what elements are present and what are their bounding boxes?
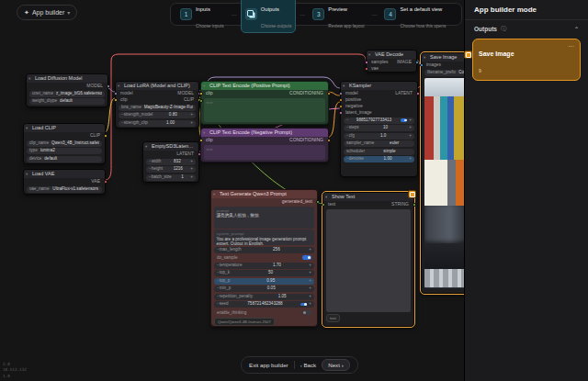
min-p-widget[interactable]: min_p 0.05 bbox=[214, 286, 314, 292]
output-marker-badge[interactable] bbox=[464, 50, 472, 59]
node-text-generate-qwen3[interactable]: Text Generate Qwen3 Prompt generated_tex… bbox=[210, 189, 318, 327]
node-title[interactable]: EmptySD3LatentImage bbox=[143, 142, 198, 151]
latent-image-input-port[interactable] bbox=[339, 111, 343, 115]
node-graph-canvas[interactable]: Load Diffusion Model MODEL unet_name z_i… bbox=[0, 0, 464, 381]
node-title[interactable]: Load Diffusion Model bbox=[27, 74, 107, 83]
prompt-textarea[interactable]: prompt 漂亮的美人街拍，旅拍 bbox=[214, 207, 314, 229]
increment-button[interactable] bbox=[309, 278, 311, 285]
randomize-seed-toggle[interactable] bbox=[300, 303, 307, 307]
latent-output-port[interactable] bbox=[416, 92, 420, 95]
text-input-port[interactable] bbox=[199, 99, 203, 103]
node-clip-text-encode-negative[interactable]: CLIP Text Encode (Negative Prompt) clip … bbox=[200, 128, 329, 162]
clip-input-port[interactable] bbox=[199, 139, 203, 142]
show-text-display[interactable] bbox=[326, 209, 411, 312]
node-title[interactable]: CLIP Text Encode (Negative Prompt) bbox=[201, 129, 328, 137]
info-icon[interactable] bbox=[501, 25, 506, 33]
sampler-name-widget[interactable]: sampler_name euler bbox=[344, 140, 414, 147]
seed-widget[interactable]: seed 758721482343288 bbox=[214, 301, 314, 308]
node-title[interactable]: VAE Decode bbox=[367, 50, 416, 59]
temperature-widget[interactable]: temperature 1.70 bbox=[214, 263, 314, 269]
node-save-image[interactable]: Save Image images filename_prefix ComfyU… bbox=[421, 52, 470, 294]
node-load-vae[interactable]: Load VAE VAE vae_name UltraFlux-v1.safet… bbox=[23, 169, 106, 195]
denoise-widget[interactable]: denoise 1.00 bbox=[344, 156, 414, 162]
unet-name-widget[interactable]: unet_name z_image_bf16.safetensors bbox=[29, 91, 105, 97]
node-title[interactable]: Save Image bbox=[422, 53, 469, 62]
samples-input-port[interactable] bbox=[365, 61, 368, 64]
conditioning-output-port[interactable] bbox=[327, 92, 331, 95]
increment-button[interactable] bbox=[190, 120, 193, 127]
width-widget[interactable]: width 832 bbox=[146, 159, 196, 165]
image-output-port[interactable] bbox=[415, 61, 419, 64]
output-marker-badge[interactable] bbox=[408, 190, 416, 198]
node-clip-text-encode-positive[interactable]: CLIP Text Encode (Positive Prompt) clip … bbox=[200, 81, 329, 125]
increment-button[interactable] bbox=[190, 174, 193, 181]
seed-widget[interactable]: 988517927733413 bbox=[344, 118, 414, 124]
repetition-penalty-widget[interactable]: repetition_penalty 1.05 bbox=[214, 294, 314, 300]
step-outputs[interactable]: Outputs Choose outputs bbox=[241, 0, 297, 33]
app-builder-menu[interactable]: ✦ App builder bbox=[17, 5, 77, 20]
steps-widget[interactable]: steps 10 bbox=[344, 125, 414, 131]
outputs-section-header[interactable]: Outputs bbox=[465, 20, 588, 37]
generated-text-output-port[interactable] bbox=[316, 200, 320, 204]
node-title[interactable]: Load CLIP bbox=[24, 124, 105, 132]
clip-output-port[interactable] bbox=[104, 134, 107, 138]
node-title[interactable]: Load VAE bbox=[24, 170, 105, 178]
height-widget[interactable]: height 1216 bbox=[146, 166, 196, 173]
vae-name-widget[interactable]: vae_name UltraFlux-v1.safetensors bbox=[27, 186, 102, 193]
string-output-port[interactable] bbox=[413, 203, 416, 207]
exit-app-builder-button[interactable]: Exit app builder bbox=[249, 362, 288, 368]
increment-button[interactable] bbox=[309, 286, 311, 292]
preview-image[interactable] bbox=[424, 78, 467, 288]
increment-button[interactable] bbox=[309, 294, 311, 300]
output-card-menu-button[interactable]: ⋯ bbox=[568, 43, 574, 50]
batch-size-widget[interactable]: batch_size 1 bbox=[146, 174, 196, 181]
images-input-port[interactable] bbox=[420, 63, 424, 67]
chevron-up-icon[interactable] bbox=[574, 26, 579, 32]
positive-prompt-textarea[interactable]: text bbox=[204, 98, 325, 122]
cfg-widget[interactable]: cfg 1.0 bbox=[344, 133, 414, 140]
strength-model-widget[interactable]: strength_model 0.80 bbox=[119, 112, 196, 118]
negative-input-port[interactable] bbox=[339, 105, 343, 108]
back-button[interactable]: Back bbox=[300, 362, 317, 368]
node-ksampler[interactable]: KSampler model LATENT positive negative … bbox=[340, 81, 418, 177]
lora-name-widget[interactable]: lora_name MagicBeauty-Z-Image-Fun-L… bbox=[119, 105, 196, 111]
model-input-port[interactable] bbox=[339, 92, 343, 95]
increment-button[interactable] bbox=[409, 125, 412, 131]
increment-button[interactable] bbox=[409, 118, 412, 124]
clip-name-widget[interactable]: clip_name Qwen3_4B_Instruct.safetensors bbox=[27, 140, 102, 147]
top-p-widget[interactable]: top_p 0.95 bbox=[214, 278, 314, 285]
increment-button[interactable] bbox=[409, 133, 412, 140]
model-output-port[interactable] bbox=[107, 84, 110, 88]
increment-button[interactable] bbox=[190, 159, 193, 165]
scheduler-widget[interactable]: scheduler simple bbox=[344, 149, 414, 155]
node-empty-latent[interactable]: EmptySD3LatentImage LATENT width 832 hei… bbox=[142, 141, 199, 183]
node-title[interactable]: Load LoRA (Model and CLIP) bbox=[116, 82, 198, 90]
step-inputs[interactable]: 1 Inputs Choose inputs bbox=[176, 0, 228, 32]
randomize-seed-toggle[interactable] bbox=[401, 118, 407, 122]
weight-dtype-widget[interactable]: weight_dtype default bbox=[29, 98, 105, 105]
strength-clip-widget[interactable]: strength_clip 1.00 bbox=[119, 120, 196, 127]
node-vae-decode[interactable]: VAE Decode samples IMAGE vae bbox=[366, 50, 417, 73]
node-show-text[interactable]: Show Text text STRING text bbox=[322, 192, 414, 327]
node-title[interactable]: Text Generate Qwen3 Prompt bbox=[211, 190, 317, 198]
output-card-save-image[interactable]: Save Image 9 ⋯ bbox=[472, 39, 581, 81]
increment-button[interactable] bbox=[309, 301, 311, 308]
step-default-view[interactable]: 4 Set a default view Choose how this ope… bbox=[380, 0, 449, 32]
next-button[interactable]: Next bbox=[322, 359, 350, 371]
enable-thinking-toggle-row[interactable]: enable_thinking bbox=[214, 309, 314, 316]
node-load-diffusion-model[interactable]: Load Diffusion Model MODEL unet_name z_i… bbox=[26, 73, 108, 107]
node-title[interactable]: CLIP Text Encode (Positive Prompt) bbox=[201, 82, 328, 90]
node-load-lora[interactable]: Load LoRA (Model and CLIP) model MODEL c… bbox=[115, 81, 199, 129]
do-sample-toggle[interactable] bbox=[302, 255, 311, 260]
system-prompt-textarea[interactable]: system_prompt You are a professional ima… bbox=[214, 230, 314, 245]
increment-button[interactable] bbox=[190, 112, 193, 118]
node-load-clip[interactable]: Load CLIP CLIP clip_name Qwen3_4B_Instru… bbox=[23, 123, 106, 164]
increment-button[interactable] bbox=[309, 263, 311, 269]
vae-output-port[interactable] bbox=[104, 180, 107, 184]
text-input-port[interactable] bbox=[322, 203, 325, 207]
do-sample-toggle-row[interactable]: do_sample bbox=[214, 254, 314, 261]
step-preview[interactable]: 3 Preview Review app layout bbox=[309, 0, 368, 32]
enable-thinking-toggle[interactable] bbox=[302, 310, 311, 315]
positive-input-port[interactable] bbox=[339, 98, 343, 102]
clip-device-widget[interactable]: device default bbox=[27, 156, 102, 162]
